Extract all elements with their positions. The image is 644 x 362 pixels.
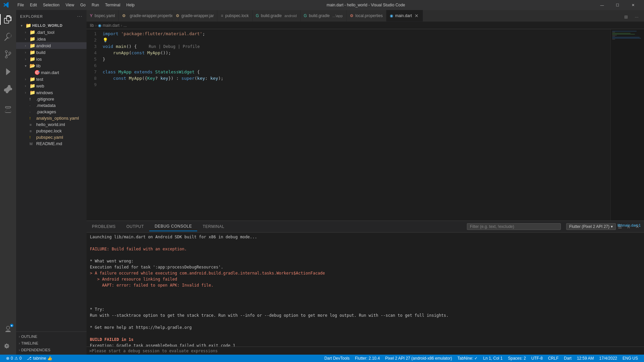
- panel-tab-terminal[interactable]: TERMINAL: [197, 222, 230, 231]
- source-control-icon[interactable]: [0, 46, 16, 62]
- lib-chevron: ▾: [23, 64, 28, 68]
- packages-file[interactable]: › · .packages: [16, 109, 87, 115]
- windows-folder-icon: 📁: [30, 90, 35, 95]
- status-tabnine[interactable]: TabNine: ✓: [455, 355, 481, 362]
- build-folder[interactable]: › 📁 build: [16, 49, 87, 56]
- gitignore-file[interactable]: › ! .gitignore: [16, 96, 87, 102]
- code-content[interactable]: import 'package:flutter/material.dart' ;…: [100, 29, 610, 221]
- minimize-button[interactable]: —: [594, 0, 610, 10]
- menu-edit[interactable]: Edit: [27, 2, 40, 8]
- panel-filter-input[interactable]: [467, 223, 561, 230]
- testing-icon[interactable]: [0, 101, 16, 117]
- breadcrumb-more[interactable]: ...: [123, 23, 127, 28]
- menu-go[interactable]: Go: [77, 2, 88, 8]
- menu-run[interactable]: Run: [89, 2, 102, 8]
- extensions-icon[interactable]: [0, 81, 16, 97]
- explorer-icon[interactable]: [0, 11, 16, 27]
- breadcrumb-file[interactable]: ◉ main.dart: [98, 23, 119, 28]
- panel-tab-debug-console[interactable]: DEBUG CONSOLE: [149, 222, 197, 231]
- breadcrumb-lib[interactable]: lib: [90, 23, 94, 28]
- dependencies-section[interactable]: › DEPENDENCIES: [16, 347, 87, 353]
- tab-local-props[interactable]: ⚙ local.properties: [346, 10, 386, 21]
- tab-pubspec-lock[interactable]: ≡ pubspec.lock: [217, 10, 252, 21]
- lock-spacer: ›: [23, 129, 28, 133]
- lib-ref-link[interactable]: lib\main.dart:1: [618, 223, 641, 227]
- web-folder[interactable]: › 📁 web: [16, 82, 87, 89]
- panel-device-selector[interactable]: Flutter (Pixel 2 API 27) ▾: [566, 223, 616, 230]
- analysis-options-file[interactable]: › ! analysis_options.yaml: [16, 115, 87, 121]
- status-device[interactable]: Pixel 2 API 27 (android-x86 emulator): [382, 355, 454, 362]
- dependencies-chevron: ›: [19, 348, 20, 352]
- editor[interactable]: 1 2 3 4 5 6 7 8 9 import: [87, 29, 610, 221]
- status-devtools[interactable]: Dart DevTools: [322, 355, 352, 362]
- hello-world-iml-file[interactable]: › ≡ hello_world.iml: [16, 121, 87, 128]
- menu-help[interactable]: Help: [124, 2, 138, 8]
- pubspec-yaml-label: pubspec.yaml: [36, 135, 63, 140]
- debug-link[interactable]: Debug: [163, 44, 175, 49]
- main-dart-close-icon[interactable]: ✕: [414, 13, 419, 18]
- status-branch[interactable]: ⎇ tabnine 👍: [24, 355, 55, 362]
- lib-folder[interactable]: ▾ 📂 lib: [16, 62, 87, 69]
- menu-terminal[interactable]: Terminal: [102, 2, 123, 8]
- search-icon[interactable]: [0, 29, 16, 45]
- status-errors[interactable]: ⊗ 0 ⚠ 0: [3, 355, 24, 362]
- main-dart-file[interactable]: › 🎯 main.dart: [16, 69, 87, 76]
- readme-file[interactable]: › M README.md: [16, 140, 87, 147]
- vscode-logo-icon: [3, 2, 9, 8]
- panel-content[interactable]: Launching lib/main.dart on Android SDK b…: [87, 233, 644, 347]
- console-line-what: * What went wrong:: [90, 258, 641, 264]
- tab-main-dart[interactable]: ◉ main.dart ✕: [386, 10, 423, 21]
- file-tree: ▾ 📁 HELLO_WORLD › 📁 .dart_tool › 📁 .idea…: [16, 22, 87, 331]
- android-folder[interactable]: › 📁 android: [16, 42, 87, 49]
- settings-icon[interactable]: [0, 339, 16, 355]
- panel-tab-output[interactable]: OUTPUT: [121, 222, 149, 231]
- panel-tab-problems[interactable]: PROBLEMS: [87, 222, 121, 231]
- windows-folder[interactable]: › 📁 windows: [16, 89, 87, 96]
- idea-folder[interactable]: › 📁 .idea: [16, 36, 87, 42]
- tab-build-gradle-app[interactable]: G build.gradle ...\app: [301, 10, 346, 21]
- menu-file[interactable]: File: [15, 2, 26, 8]
- pubspec-yaml-file[interactable]: › ! pubspec.yaml: [16, 134, 87, 140]
- ios-folder[interactable]: › 📁 ios: [16, 56, 87, 62]
- menu-selection[interactable]: Selection: [40, 2, 62, 8]
- outline-section[interactable]: › OUTLINE: [16, 333, 87, 340]
- status-eol[interactable]: CRLF: [545, 355, 561, 362]
- folder-closed-icon: 📁: [30, 29, 35, 35]
- status-locale[interactable]: ENG US: [620, 355, 641, 362]
- status-spaces[interactable]: Spaces: 2: [505, 355, 529, 362]
- dart-file-icon: 🎯: [34, 70, 40, 75]
- close-button[interactable]: ✕: [625, 0, 641, 10]
- metadata-file[interactable]: › · .metadata: [16, 102, 87, 109]
- tab-build-gradle-android[interactable]: G build.gradle android: [253, 10, 301, 21]
- run-debug-icon[interactable]: [0, 64, 16, 80]
- tab-gradle-wrapper-props[interactable]: ⚙ gradle-wrapper.properties: [119, 10, 172, 21]
- more-actions-button[interactable]: ···: [632, 12, 641, 21]
- test-folder[interactable]: › 📁 test: [16, 76, 87, 82]
- run-link[interactable]: Run: [149, 44, 156, 49]
- timeline-section[interactable]: › TIMELINE: [16, 340, 87, 347]
- sidebar-more-button[interactable]: ···: [77, 13, 83, 19]
- status-language[interactable]: Dart: [561, 355, 574, 362]
- iml-spacer: ›: [23, 123, 28, 126]
- android-chevron: ›: [23, 44, 28, 48]
- tab-gradle-wrapper-jar[interactable]: ⚙ gradle-wrapper.jar: [172, 10, 218, 21]
- timeline-chevron: ›: [19, 342, 20, 345]
- profile-link[interactable]: Profile: [183, 44, 200, 49]
- status-encoding[interactable]: UTF-8: [529, 355, 545, 362]
- maximize-button[interactable]: ☐: [610, 0, 625, 10]
- pubspec-lock-file[interactable]: › ≡ pubspec.lock: [16, 128, 87, 134]
- status-line[interactable]: Ln 1, Col 1: [480, 355, 505, 362]
- tab-bspec[interactable]: Y bspec.yaml: [87, 10, 119, 21]
- account-icon[interactable]: ●: [0, 321, 16, 337]
- root-folder[interactable]: ▾ 📁 HELLO_WORLD: [16, 22, 87, 29]
- panel-input[interactable]: [92, 349, 641, 353]
- analysis-icon: !: [30, 116, 35, 120]
- menu-view[interactable]: View: [63, 2, 77, 8]
- sidebar-bottom: › OUTLINE › TIMELINE › DEPENDENCIES: [16, 331, 87, 355]
- metadata-spacer: ›: [23, 104, 28, 107]
- status-flutter[interactable]: Flutter: 2.10.4: [352, 355, 382, 362]
- lightbulb-icon[interactable]: 💡: [103, 37, 108, 43]
- time-label: 12:59 AM: [577, 356, 594, 361]
- dart-tool-folder[interactable]: › 📁 .dart_tool: [16, 29, 87, 36]
- split-editor-button[interactable]: ⊞: [621, 12, 631, 21]
